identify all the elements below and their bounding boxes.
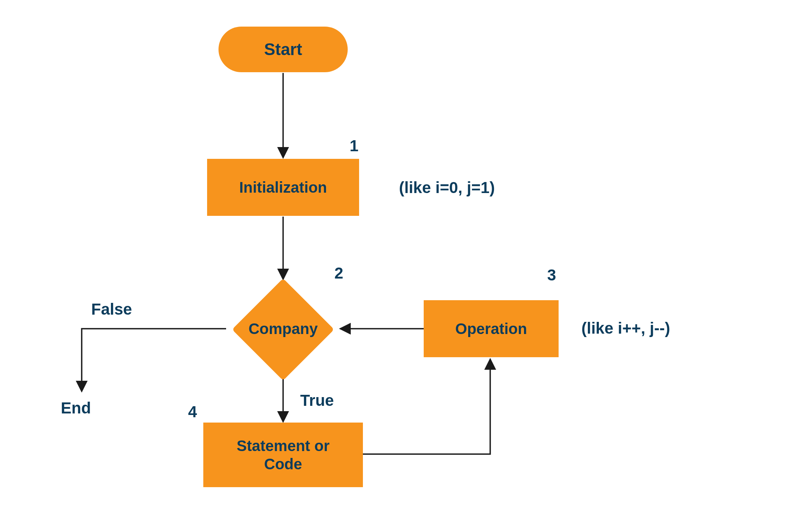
- initialization-annotation: (like i=0, j=1): [399, 179, 495, 197]
- operation-annotation: (like i++, j--): [581, 319, 670, 337]
- statement-node: Statement or Code: [203, 423, 363, 487]
- start-label: Start: [264, 40, 302, 59]
- flowchart-canvas: Start Initialization 1 (like i=0, j=1) C…: [0, 0, 798, 532]
- initialization-number: 1: [350, 137, 358, 155]
- operation-label: Operation: [455, 320, 527, 337]
- end-label: End: [61, 399, 91, 417]
- initialization-label: Initialization: [239, 179, 327, 196]
- operation-node: Operation: [424, 300, 559, 357]
- false-label: False: [91, 300, 132, 318]
- decision-label: Company: [249, 320, 318, 337]
- edges-layer: [0, 0, 798, 532]
- decision-number: 2: [334, 264, 343, 282]
- true-label: True: [300, 391, 334, 410]
- initialization-node: Initialization: [207, 159, 359, 216]
- statement-label: Statement or Code: [237, 437, 330, 473]
- statement-number: 4: [188, 403, 197, 421]
- operation-number: 3: [547, 266, 556, 284]
- start-node: Start: [218, 27, 348, 72]
- decision-node: Company: [226, 279, 340, 378]
